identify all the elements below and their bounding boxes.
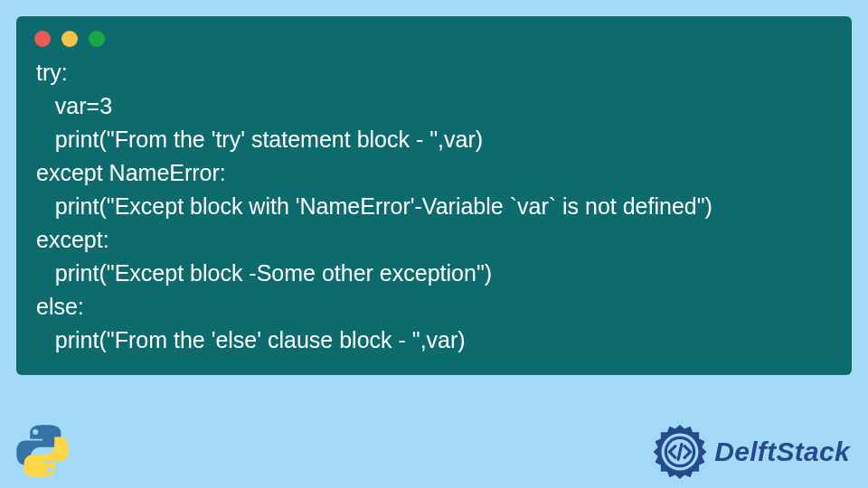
window-titlebar — [16, 16, 852, 56]
maximize-icon[interactable] — [89, 31, 105, 47]
code-block: try: var=3 print("From the 'try' stateme… — [16, 56, 852, 362]
brand-gear-icon — [651, 423, 709, 481]
python-logo-icon — [13, 421, 72, 481]
close-icon[interactable] — [34, 31, 51, 47]
brand-name: DelftStack — [714, 436, 850, 467]
minimize-icon[interactable] — [61, 31, 78, 47]
footer: DelftStack — [0, 418, 868, 488]
brand: DelftStack — [651, 423, 850, 481]
code-window: try: var=3 print("From the 'try' stateme… — [16, 16, 852, 375]
